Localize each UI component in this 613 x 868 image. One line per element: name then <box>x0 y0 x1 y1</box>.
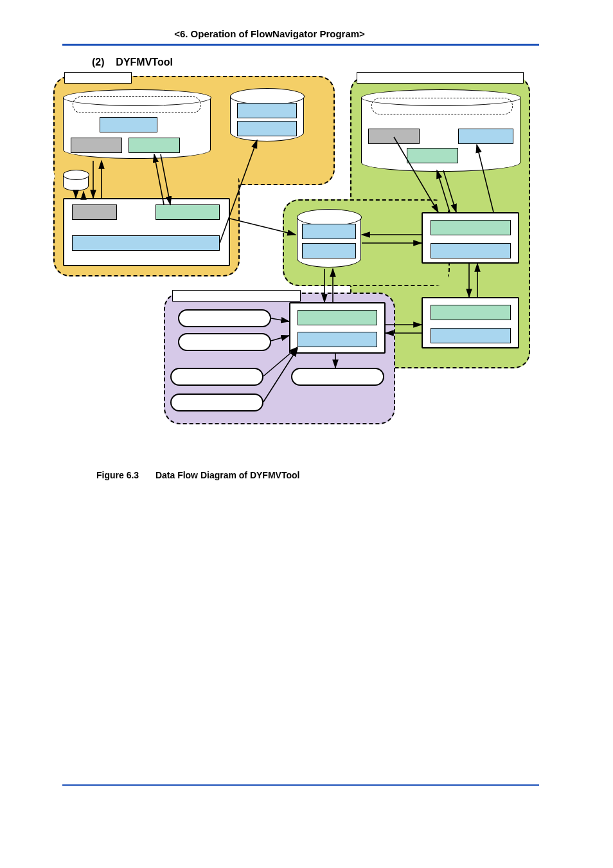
page-header: <6. Operation of FlowNavigator Program> <box>0 28 539 39</box>
dataflow-diagram <box>51 71 533 450</box>
svg-line-22 <box>263 347 298 376</box>
svg-line-21 <box>271 336 289 341</box>
svg-line-10 <box>477 145 493 212</box>
svg-line-23 <box>263 348 298 402</box>
svg-line-8 <box>437 170 450 212</box>
svg-line-20 <box>271 318 289 321</box>
page-frame: <6. Operation of FlowNavigator Program> … <box>0 0 613 868</box>
svg-line-4 <box>220 140 257 243</box>
section-number: (2) <box>92 57 105 68</box>
svg-line-11 <box>394 137 438 212</box>
section-heading: (2) DYFMVTool <box>92 57 173 68</box>
footer-rule <box>62 784 539 786</box>
figure-caption: Figure 6.3 Data Flow Diagram of DYFMVToo… <box>96 470 299 480</box>
section-title: DYFMVTool <box>116 57 173 68</box>
figure-number: Figure 6.3 <box>96 470 153 480</box>
header-rule <box>62 44 539 46</box>
svg-line-9 <box>443 170 456 212</box>
figure-title: Data Flow Diagram of DYFMVTool <box>155 470 300 480</box>
svg-line-5 <box>230 219 296 235</box>
arrows-layer <box>51 71 533 450</box>
